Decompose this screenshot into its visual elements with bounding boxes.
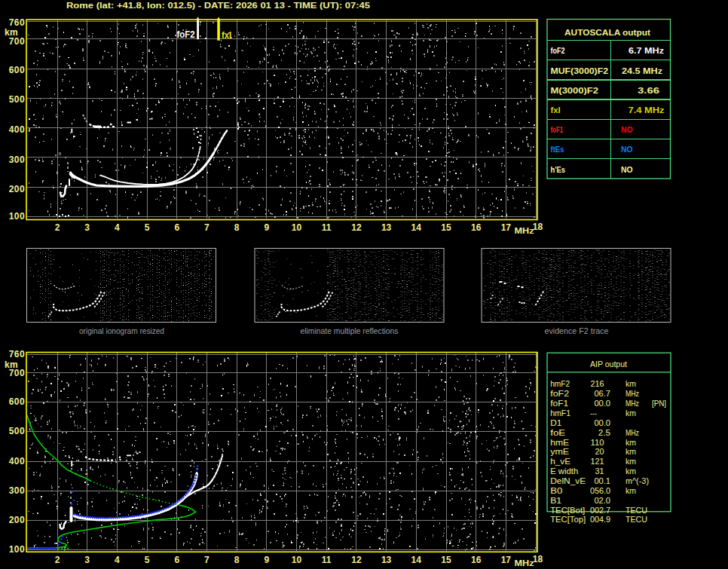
svg-text:7: 7 <box>204 555 210 565</box>
svg-text:B1: B1 <box>550 496 561 505</box>
svg-text:TEC[Top]: TEC[Top] <box>550 515 586 524</box>
svg-text:100: 100 <box>9 211 25 222</box>
svg-text:TEC[Bot]: TEC[Bot] <box>550 506 585 515</box>
svg-text:ymE: ymE <box>550 447 569 456</box>
svg-text:004.9: 004.9 <box>590 515 610 524</box>
svg-text:00.0: 00.0 <box>594 399 610 408</box>
svg-text:MUF(3000)F2: MUF(3000)F2 <box>551 66 609 75</box>
svg-text:06.7: 06.7 <box>594 389 610 398</box>
svg-text:km: km <box>626 447 636 456</box>
svg-text:6: 6 <box>174 555 179 565</box>
svg-text:15: 15 <box>441 555 451 565</box>
svg-text:760: 760 <box>9 17 25 28</box>
svg-text:2: 2 <box>55 555 60 565</box>
svg-text:13: 13 <box>381 222 392 233</box>
svg-text:NO: NO <box>621 125 633 134</box>
svg-text:24.5 MHz: 24.5 MHz <box>622 66 662 75</box>
svg-text:h'Es: h'Es <box>551 165 566 174</box>
svg-text:500: 500 <box>9 426 25 436</box>
svg-text:AUTOSCALA output: AUTOSCALA output <box>564 28 650 37</box>
svg-text:31: 31 <box>595 467 604 476</box>
svg-text:12: 12 <box>351 222 362 233</box>
svg-text:14: 14 <box>411 222 422 233</box>
svg-text:5: 5 <box>145 555 150 565</box>
svg-text:056.0: 056.0 <box>590 486 610 495</box>
svg-text:200: 200 <box>9 184 25 194</box>
svg-text:fxI: fxI <box>551 106 561 115</box>
svg-text:7.4 MHz: 7.4 MHz <box>629 106 665 115</box>
svg-text:3.66: 3.66 <box>638 86 659 95</box>
svg-text:4: 4 <box>115 222 120 233</box>
svg-text:km: km <box>626 379 636 388</box>
svg-text:18: 18 <box>533 554 543 564</box>
svg-text:16: 16 <box>471 555 482 565</box>
svg-text:D1: D1 <box>550 418 561 427</box>
svg-text:11: 11 <box>322 222 332 233</box>
svg-text:---: --- <box>590 408 597 418</box>
svg-text:B0: B0 <box>550 486 562 495</box>
svg-text:MHz: MHz <box>515 226 535 235</box>
svg-text:NO: NO <box>621 165 633 174</box>
svg-text:km: km <box>626 408 636 418</box>
svg-text:216: 216 <box>591 379 604 388</box>
svg-text:foF2: foF2 <box>177 29 195 40</box>
svg-text:4: 4 <box>115 555 120 565</box>
svg-text:10: 10 <box>292 222 302 233</box>
svg-text:m^(-3): m^(-3) <box>626 476 649 485</box>
svg-text:121: 121 <box>591 457 604 466</box>
svg-text:foE: foE <box>550 428 565 437</box>
svg-text:foF2: foF2 <box>550 389 569 398</box>
svg-text:5: 5 <box>145 222 150 233</box>
svg-text:km: km <box>626 467 636 476</box>
svg-text:3: 3 <box>84 222 90 233</box>
svg-text:E width: E width <box>550 467 578 476</box>
svg-text:evidence F2 trace: evidence F2 trace <box>545 326 609 335</box>
svg-text:17: 17 <box>501 222 512 233</box>
svg-text:9: 9 <box>264 222 269 233</box>
svg-text:[PN]: [PN] <box>652 399 666 408</box>
svg-text:fxI: fxI <box>222 30 231 41</box>
svg-text:17: 17 <box>501 555 512 565</box>
svg-text:9: 9 <box>264 555 269 565</box>
svg-text:700: 700 <box>9 36 25 47</box>
svg-text:300: 300 <box>9 154 25 165</box>
svg-text:hmF2: hmF2 <box>550 379 570 388</box>
svg-text:MHz: MHz <box>626 389 639 398</box>
svg-text:3: 3 <box>84 555 90 565</box>
svg-text:110: 110 <box>591 438 604 447</box>
svg-text:6: 6 <box>174 222 179 233</box>
svg-text:2: 2 <box>55 222 60 233</box>
svg-text:7: 7 <box>204 222 210 233</box>
svg-text:15: 15 <box>441 222 451 233</box>
svg-text:600: 600 <box>9 65 25 75</box>
svg-text:km: km <box>626 457 636 466</box>
svg-text:AIP output: AIP output <box>590 359 628 369</box>
svg-text:200: 200 <box>9 515 25 525</box>
svg-text:MHz: MHz <box>515 558 535 567</box>
svg-text:km: km <box>5 27 18 38</box>
svg-text:400: 400 <box>9 124 25 135</box>
svg-text:600: 600 <box>9 396 25 407</box>
svg-text:8: 8 <box>234 555 240 565</box>
svg-text:km: km <box>626 486 636 495</box>
svg-text:00.0: 00.0 <box>594 418 610 427</box>
svg-text:00.1: 00.1 <box>594 476 610 485</box>
svg-text:foF1: foF1 <box>550 399 568 408</box>
svg-text:NO: NO <box>621 145 633 154</box>
svg-text:002.7: 002.7 <box>590 506 610 515</box>
svg-text:TECU: TECU <box>626 506 647 515</box>
svg-text:18: 18 <box>533 222 543 232</box>
svg-text:Rome (lat: +41.8, lon: 012.5): Rome (lat: +41.8, lon: 012.5) - DATE: 20… <box>66 1 371 10</box>
svg-text:11: 11 <box>322 555 332 565</box>
svg-text:TECU: TECU <box>626 515 647 524</box>
svg-text:hmE: hmE <box>550 438 569 447</box>
svg-text:12: 12 <box>351 555 362 565</box>
svg-text:14: 14 <box>411 555 422 565</box>
svg-text:10: 10 <box>292 555 302 565</box>
svg-text:original ionogram resized: original ionogram resized <box>79 326 164 335</box>
svg-text:hmF1: hmF1 <box>550 408 570 418</box>
svg-text:760: 760 <box>9 349 25 359</box>
svg-text:02.0: 02.0 <box>594 496 610 505</box>
svg-text:6.7 MHz: 6.7 MHz <box>629 46 664 55</box>
svg-text:foF1: foF1 <box>551 125 564 134</box>
